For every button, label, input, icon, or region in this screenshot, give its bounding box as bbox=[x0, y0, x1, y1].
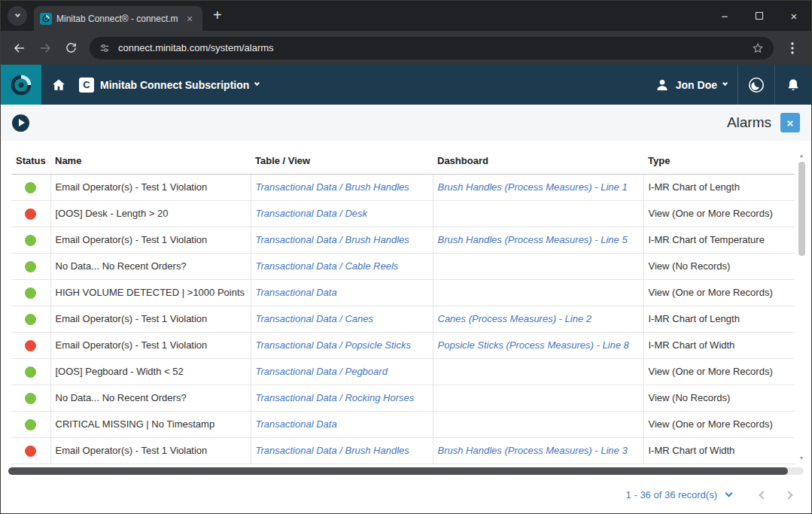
dashboard-link[interactable]: Canes (Process Measures) - Line 2 bbox=[438, 313, 592, 324]
dashboard-cell bbox=[433, 358, 643, 385]
tab-search-button[interactable] bbox=[8, 6, 27, 26]
table-view-link[interactable]: Transactional Data / Brush Handles bbox=[256, 234, 409, 245]
alarm-row[interactable]: No Data... No Recent Orders? Transaction… bbox=[11, 253, 795, 279]
table-view-cell: Transactional Data / Rocking Horses bbox=[251, 385, 433, 411]
chevron-down-icon bbox=[254, 81, 260, 86]
close-alarms-button[interactable]: × bbox=[780, 113, 800, 132]
status-cell bbox=[11, 332, 50, 358]
table-view-link[interactable]: Transactional Data / Brush Handles bbox=[256, 445, 409, 456]
table-view-link[interactable]: Transactional Data / Rocking Horses bbox=[256, 392, 415, 403]
alarm-row[interactable]: Email Operator(s) - Test 1 Violation Tra… bbox=[11, 227, 795, 253]
status-cell bbox=[11, 358, 50, 385]
alarms-table-area: Status Name Table / View Dashboard Type … bbox=[1, 141, 811, 466]
alarm-row[interactable]: No Data... No Recent Orders? Transaction… bbox=[11, 385, 795, 411]
browser-navbar: connect.minitab.com/system/alarms bbox=[1, 31, 811, 65]
alarm-row[interactable]: [OOS] Pegboard - Width < 52 Transactiona… bbox=[11, 358, 795, 385]
alarm-row[interactable]: [OOS] Desk - Length > 20 Transactional D… bbox=[11, 200, 795, 227]
horizontal-scrollbar[interactable] bbox=[1, 466, 811, 476]
close-window-button[interactable]: × bbox=[777, 1, 811, 31]
alarm-row[interactable]: Email Operator(s) - Test 1 Violation Tra… bbox=[11, 306, 795, 332]
expand-panel-button[interactable] bbox=[12, 114, 29, 132]
site-info-icon[interactable] bbox=[99, 42, 111, 54]
refresh-icon bbox=[65, 41, 78, 54]
table-view-link[interactable]: Transactional Data bbox=[256, 287, 337, 298]
minimize-button[interactable]: − bbox=[707, 1, 742, 31]
scroll-down-icon[interactable]: ▼ bbox=[799, 455, 804, 461]
records-dropdown-button[interactable] bbox=[726, 494, 731, 496]
back-button[interactable] bbox=[8, 37, 31, 59]
table-view-link[interactable]: Transactional Data / Cable Reels bbox=[256, 260, 399, 272]
user-menu[interactable]: Jon Doe bbox=[644, 65, 737, 105]
record-count-label: 1 - 36 of 36 record(s) bbox=[626, 489, 717, 500]
column-header-dashboard[interactable]: Dashboard bbox=[433, 141, 643, 174]
alarm-row[interactable]: CRITICAL MISSING | No Timestamp Transact… bbox=[11, 411, 795, 437]
table-view-link[interactable]: Transactional Data / Popsicle Sticks bbox=[256, 339, 411, 351]
app-header: C Minitab Connect Subscription Jon Doe bbox=[1, 65, 811, 105]
type-cell: I-MR Chart of Length bbox=[643, 174, 795, 200]
table-view-link[interactable]: Transactional Data / Brush Handles bbox=[256, 181, 409, 193]
dashboard-link[interactable]: Brush Handles (Process Measures) - Line … bbox=[438, 234, 628, 245]
table-view-cell: Transactional Data bbox=[251, 411, 433, 437]
header-right-group: Jon Doe bbox=[644, 65, 811, 105]
alarm-name-cell: No Data... No Recent Orders? bbox=[50, 253, 251, 279]
dashboard-link[interactable]: Brush Handles (Process Measures) - Line … bbox=[438, 445, 628, 456]
table-view-link[interactable]: Transactional Data bbox=[256, 418, 337, 430]
status-dot bbox=[25, 182, 36, 193]
user-name: Jon Doe bbox=[676, 79, 717, 91]
previous-page-button[interactable] bbox=[754, 486, 772, 504]
refresh-button[interactable] bbox=[59, 37, 82, 59]
dashboard-cell bbox=[433, 279, 643, 306]
new-tab-button[interactable]: + bbox=[213, 7, 222, 24]
bookmark-star-icon[interactable] bbox=[751, 41, 765, 55]
table-view-link[interactable]: Transactional Data / Canes bbox=[256, 313, 374, 324]
type-cell: I-MR Chart of Length bbox=[643, 306, 795, 332]
dashboard-cell: Brush Handles (Process Measures) - Line … bbox=[433, 437, 643, 464]
table-view-link[interactable]: Transactional Data / Pegboard bbox=[256, 366, 388, 377]
status-cell bbox=[11, 279, 50, 306]
browser-tab[interactable]: Minitab Connect® - connect.mi... × bbox=[34, 6, 202, 31]
horizontal-scrollbar-track[interactable] bbox=[8, 467, 804, 475]
column-header-table-view[interactable]: Table / View bbox=[251, 141, 433, 174]
address-bar[interactable]: connect.minitab.com/system/alarms bbox=[90, 37, 774, 59]
home-button[interactable] bbox=[41, 78, 76, 93]
dashboard-cell bbox=[433, 253, 643, 279]
alarm-table-header-row: Status Name Table / View Dashboard Type bbox=[11, 141, 795, 174]
table-view-cell: Transactional Data / Brush Handles bbox=[251, 437, 433, 464]
url-text[interactable]: connect.minitab.com/system/alarms bbox=[118, 42, 751, 53]
vertical-scrollbar[interactable]: ▲ ▼ bbox=[797, 153, 806, 461]
alarm-row[interactable]: Email Operator(s) - Test 1 Violation Tra… bbox=[11, 437, 795, 464]
column-header-type[interactable]: Type bbox=[643, 141, 795, 174]
home-icon bbox=[51, 78, 66, 93]
alarm-row[interactable]: Email Operator(s) - Test 1 Violation Tra… bbox=[11, 174, 795, 200]
dashboard-link[interactable]: Popsicle Sticks (Process Measures) - Lin… bbox=[438, 339, 629, 351]
subscription-selector[interactable]: C Minitab Connect Subscription bbox=[79, 78, 259, 93]
alarm-name-cell: CRITICAL MISSING | No Timestamp bbox=[50, 411, 251, 437]
dashboard-link[interactable]: Brush Handles (Process Measures) - Line … bbox=[438, 181, 628, 193]
type-cell: View (One or More Records) bbox=[643, 358, 795, 385]
dashboard-cell: Popsicle Sticks (Process Measures) - Lin… bbox=[433, 332, 643, 358]
horizontal-scrollbar-thumb[interactable] bbox=[8, 467, 788, 475]
tab-close-icon[interactable]: × bbox=[183, 12, 196, 26]
type-cell: I-MR Chart of Temperature bbox=[643, 227, 795, 253]
status-dot bbox=[25, 366, 36, 378]
vertical-scrollbar-thumb[interactable] bbox=[798, 162, 805, 256]
browser-menu-button[interactable] bbox=[781, 37, 804, 59]
play-icon bbox=[19, 119, 25, 126]
table-view-cell: Transactional Data / Desk bbox=[251, 200, 433, 227]
column-header-status[interactable]: Status bbox=[11, 141, 50, 174]
page-toolbar: Alarms × bbox=[1, 105, 811, 141]
minitab-connect-logo[interactable] bbox=[1, 65, 41, 105]
dark-mode-button[interactable] bbox=[737, 65, 774, 105]
column-header-name[interactable]: Name bbox=[50, 141, 251, 174]
forward-button[interactable] bbox=[34, 37, 56, 59]
scroll-up-icon[interactable]: ▲ bbox=[799, 153, 804, 159]
alarm-row[interactable]: HIGH VOLUME DETECTED | >1000 Points Tran… bbox=[11, 279, 795, 306]
notifications-button[interactable] bbox=[774, 65, 811, 105]
alarm-name-cell: [OOS] Pegboard - Width < 52 bbox=[50, 358, 251, 385]
table-view-link[interactable]: Transactional Data / Desk bbox=[256, 208, 368, 219]
alarm-name-cell: Email Operator(s) - Test 1 Violation bbox=[50, 227, 251, 253]
next-page-button[interactable] bbox=[780, 486, 798, 504]
alarm-row[interactable]: Email Operator(s) - Test 1 Violation Tra… bbox=[11, 332, 795, 358]
type-cell: View (No Records) bbox=[643, 385, 795, 411]
maximize-button[interactable] bbox=[742, 1, 777, 31]
